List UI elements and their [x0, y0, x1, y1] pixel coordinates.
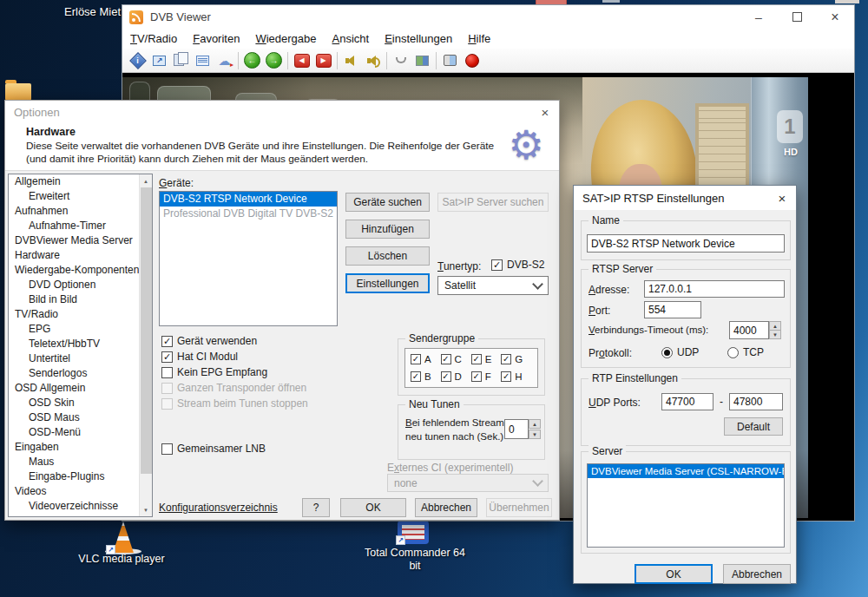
sidebar-item-eingaben[interactable]: Eingaben [9, 440, 139, 455]
konfigurationsverzeichnis-link[interactable]: Konfigurationsverzeichnis [159, 502, 278, 514]
channel-next-icon[interactable]: ▶ [312, 50, 334, 70]
minimize-button[interactable]: – [740, 5, 778, 29]
sidebar-item-hardware[interactable]: Hardware [9, 248, 139, 263]
dvbs2-checkbox[interactable]: DVB-S2 [491, 259, 544, 271]
optionen-close-button[interactable]: × [531, 105, 559, 120]
sidebar-item-osd-menue[interactable]: OSD-Menü [9, 425, 139, 440]
sendergruppe-e-checkbox[interactable]: E [471, 354, 502, 364]
help-button[interactable]: ? [302, 498, 330, 517]
sidebar-item-maus[interactable]: Maus [9, 455, 139, 469]
sidebar-item-bild-in-bild[interactable]: Bild in Bild [9, 292, 139, 307]
sidebar-scrollbar[interactable]: ▲ ▼ [139, 174, 152, 516]
timeout-field[interactable]: 4000 [729, 321, 769, 339]
window-mode-icon[interactable] [170, 50, 192, 70]
uebernehmen-button[interactable]: Übernehmen [486, 498, 552, 517]
volume-up-icon[interactable] [362, 50, 384, 70]
udp-radio[interactable]: UDP [661, 346, 699, 358]
menu-ansicht[interactable]: Ansicht [325, 32, 378, 45]
options-category-list[interactable]: Allgemein Erweitert Aufnahmen Aufnahme-T… [8, 174, 153, 517]
sidebar-item-osd-skin[interactable]: OSD Skin [9, 396, 139, 410]
desktop-icon-label-erloese[interactable]: Erlöse Miet [64, 5, 121, 18]
sendergruppe-d-checkbox[interactable]: D [441, 371, 471, 382]
hat-ci-modul-checkbox[interactable]: Hat CI Modul [161, 351, 238, 363]
sidebar-item-media-server[interactable]: DVBViewer Media Server [9, 233, 139, 248]
einstellungen-button[interactable]: Einstellungen [345, 273, 430, 293]
server-item-selected[interactable]: DVBViewer Media Server (CSL-NARROW-BO [588, 464, 784, 478]
optionen-titlebar[interactable]: Optionen × [5, 101, 559, 123]
menu-favoriten[interactable]: Favoriten [185, 32, 247, 45]
sidebar-item-videos[interactable]: Videos [9, 484, 139, 499]
menu-tv-radio[interactable]: TV/Radio [122, 32, 185, 45]
sidebar-item-teletext[interactable]: Teletext/HbbTV [9, 337, 139, 351]
gemeinsamer-lnb-checkbox[interactable]: Gemeinsamer LNB [161, 443, 266, 455]
record-icon[interactable] [461, 50, 483, 70]
neu-tunen-value-field[interactable]: 0 [504, 419, 529, 439]
default-button[interactable]: Default [724, 417, 783, 436]
device-list[interactable]: DVB-S2 RTSP Network Device Professional … [159, 191, 338, 326]
scroll-down-icon[interactable]: ▼ [140, 503, 152, 516]
audio-icon[interactable] [390, 50, 411, 70]
teletext-icon[interactable] [192, 50, 214, 70]
sidebar-item-senderlogos[interactable]: Senderlogos [9, 366, 139, 381]
menu-einstellungen[interactable]: Einstellungen [377, 32, 460, 45]
abbrechen-button[interactable]: Abbrechen [415, 498, 477, 517]
scroll-up-icon[interactable]: ▲ [140, 174, 152, 187]
dvb-titlebar[interactable]: DVB Viewer – × [122, 5, 854, 29]
scrollbar-thumb[interactable] [141, 187, 152, 474]
spinner-down-icon[interactable]: ▼ [529, 430, 541, 439]
channel-panel-icon[interactable] [439, 50, 461, 70]
sidebar-item-allgemein[interactable]: Allgemein [9, 174, 139, 189]
tunertyp-combo[interactable]: Satellit [437, 276, 549, 295]
info-icon[interactable]: i [127, 50, 148, 70]
sendergruppe-a-checkbox[interactable]: A [411, 354, 441, 364]
mosaic-icon[interactable] [411, 50, 433, 70]
sidebar-item-epg[interactable]: EPG [9, 322, 139, 337]
sendergruppe-h-checkbox[interactable]: H [501, 371, 532, 382]
satip-abbrechen-button[interactable]: Abbrechen [723, 564, 791, 584]
spinner-up-icon[interactable]: ▲ [529, 419, 541, 429]
kein-epg-empfang-checkbox[interactable]: Kein EPG Empfang [161, 366, 267, 378]
weather-epg-icon[interactable]: ☁▸ [214, 50, 235, 70]
satip-ok-button[interactable]: OK [635, 564, 713, 584]
sidebar-item-aufnahmen[interactable]: Aufnahmen [9, 204, 139, 219]
sidebar-item-aufnahme-timer[interactable]: Aufnahme-Timer [9, 219, 139, 233]
sendergruppe-b-checkbox[interactable]: B [411, 371, 441, 382]
back-icon[interactable]: ← [241, 50, 263, 70]
sendergruppe-c-checkbox[interactable]: C [441, 354, 471, 364]
sendergruppe-g-checkbox[interactable]: G [501, 354, 532, 364]
geraet-verwenden-checkbox[interactable]: Gerät verwenden [161, 335, 257, 347]
geraete-suchen-button[interactable]: Geräte suchen [345, 193, 430, 212]
satip-server-suchen-button[interactable]: Sat>IP Server suchen [437, 193, 549, 212]
sidebar-item-videoverzeichnisse[interactable]: Videoverzeichnisse [9, 499, 139, 514]
sidebar-item-eingabe-plugins[interactable]: Eingabe-Plugins [9, 469, 139, 484]
total-commander-label[interactable]: Total Commander 64 bit [354, 547, 476, 573]
folder-icon[interactable] [5, 83, 31, 101]
spinner-down-icon[interactable]: ▼ [769, 330, 781, 339]
close-button[interactable]: × [816, 5, 854, 29]
sendergruppe-f-checkbox[interactable]: F [471, 371, 502, 382]
volume-down-icon[interactable] [340, 50, 362, 70]
hinzufuegen-button[interactable]: Hinzufügen [345, 220, 430, 239]
satip-close-button[interactable]: × [768, 191, 796, 206]
adresse-field[interactable]: 127.0.0.1 [644, 280, 785, 298]
channel-previous-icon[interactable]: ◀ [291, 50, 312, 70]
sidebar-item-wiedergabe-komponenten[interactable]: Wiedergabe-Komponenten [9, 263, 139, 278]
forward-icon[interactable]: → [263, 50, 285, 70]
sidebar-item-osd-maus[interactable]: OSD Maus [9, 410, 139, 425]
satip-titlebar[interactable]: SAT>IP RTSP Einstellungen × [574, 186, 796, 210]
device-item[interactable]: Professional DVB Digital TV DVB-S2 [160, 207, 337, 221]
udp-port-from-field[interactable]: 47700 [661, 393, 713, 410]
sidebar-item-tv-radio[interactable]: TV/Radio [9, 307, 139, 322]
sidebar-item-osd-allgemein[interactable]: OSD Allgemein [9, 381, 139, 396]
menu-hilfe[interactable]: Hilfe [460, 32, 498, 45]
device-item-selected[interactable]: DVB-S2 RTSP Network Device [160, 192, 337, 207]
loeschen-button[interactable]: Löschen [345, 246, 430, 266]
sidebar-item-erweitert[interactable]: Erweitert [9, 189, 139, 204]
udp-port-to-field[interactable]: 47800 [729, 393, 783, 410]
vlc-icon-label[interactable]: VLC media player [61, 553, 182, 566]
sidebar-item-untertitel[interactable]: Untertitel [9, 351, 139, 366]
menu-wiedergabe[interactable]: Wiedergabe [247, 32, 324, 45]
server-list[interactable]: DVBViewer Media Server (CSL-NARROW-BO [587, 463, 785, 548]
sidebar-item-dvd-optionen[interactable]: DVD Optionen [9, 278, 139, 292]
tcp-radio[interactable]: TCP [727, 346, 764, 358]
